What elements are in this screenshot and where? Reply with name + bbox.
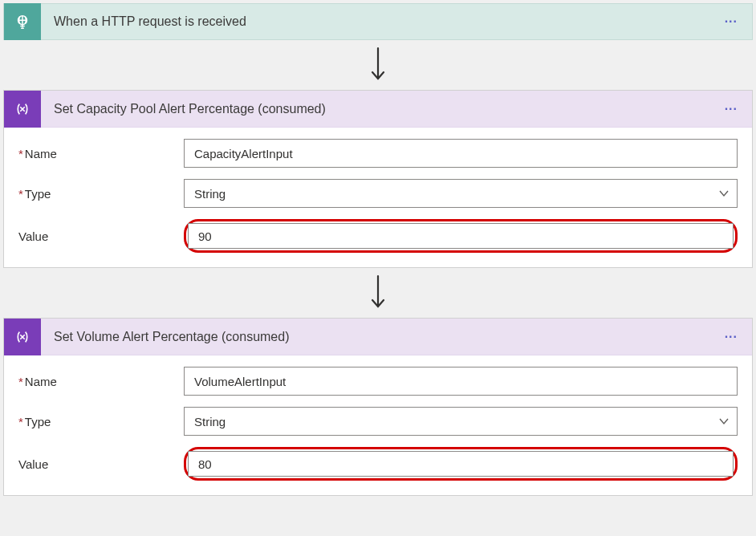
step2-name-input[interactable] [184, 367, 738, 396]
trigger-menu-button[interactable]: ··· [710, 14, 752, 29]
step1-value-input[interactable] [188, 223, 734, 249]
step2-menu-button[interactable]: ··· [710, 330, 752, 344]
trigger-title: When a HTTP request is received [41, 14, 710, 29]
flow-arrow-icon [3, 40, 753, 90]
step1-title: Set Capacity Pool Alert Percentage (cons… [41, 102, 710, 116]
step2-card: Set Volume Alert Percentage (consumed) ·… [3, 318, 753, 496]
step2-value-input[interactable] [188, 451, 734, 477]
step1-value-label: Value [18, 229, 184, 243]
step2-value-label: Value [18, 457, 184, 471]
step2-type-label: Type [18, 415, 184, 428]
flow-arrow-icon [3, 268, 753, 318]
step1-card: Set Capacity Pool Alert Percentage (cons… [3, 90, 753, 268]
step1-name-input[interactable] [184, 139, 738, 168]
step1-header[interactable]: Set Capacity Pool Alert Percentage (cons… [4, 91, 752, 128]
variable-icon [4, 91, 41, 128]
step2-body: Name Type Value [4, 355, 752, 495]
step2-header[interactable]: Set Volume Alert Percentage (consumed) ·… [4, 319, 752, 355]
step2-type-select[interactable] [184, 407, 738, 436]
http-icon [4, 3, 41, 40]
trigger-card-header[interactable]: When a HTTP request is received ··· [3, 3, 753, 40]
step1-type-label: Type [18, 187, 184, 201]
step1-body: Name Type Value [4, 128, 752, 267]
variable-icon [4, 319, 41, 355]
step1-name-label: Name [18, 147, 184, 160]
step2-value-highlight [184, 447, 738, 481]
step2-name-label: Name [18, 375, 184, 388]
step1-value-highlight [184, 219, 738, 253]
step1-menu-button[interactable]: ··· [710, 102, 752, 116]
step2-title: Set Volume Alert Percentage (consumed) [41, 330, 710, 344]
step1-type-select[interactable] [184, 179, 738, 208]
